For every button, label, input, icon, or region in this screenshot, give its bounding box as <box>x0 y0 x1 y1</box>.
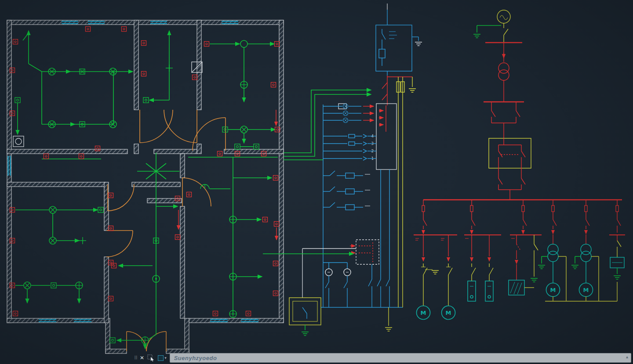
ground-symbol <box>571 265 578 269</box>
drag-handle-icon[interactable]: ⠿ <box>134 355 137 361</box>
feeder <box>584 200 589 244</box>
switchgear-enclosure <box>489 138 531 168</box>
ground-symbol <box>432 270 439 274</box>
motor-branch: M <box>441 235 455 320</box>
transformer-motor-branch: M <box>538 244 566 301</box>
selector-box <box>356 240 379 264</box>
socket-symbol <box>109 226 113 231</box>
ground-symbol <box>538 265 545 269</box>
socket-symbol <box>109 193 113 198</box>
ceiling-lamp-symbol <box>229 273 236 280</box>
lighting-circuit-layer[interactable] <box>13 31 280 349</box>
ceiling-lamp-symbol <box>76 282 83 289</box>
socket-symbol <box>175 235 180 240</box>
feeder <box>616 200 621 233</box>
command-input[interactable] <box>170 353 631 363</box>
appliance-symbol <box>13 136 24 147</box>
socket-symbol <box>204 42 209 47</box>
socket-symbol <box>273 291 278 296</box>
window-layer[interactable] <box>8 22 259 322</box>
heater-branch <box>465 235 476 301</box>
socket-symbol <box>142 72 146 76</box>
fan-symbol <box>15 97 20 103</box>
socket-symbol <box>218 151 222 156</box>
transformer-motor-branch: M <box>571 244 599 301</box>
ground-symbol <box>385 328 392 331</box>
feeder <box>422 200 427 234</box>
socket-symbol <box>79 154 84 159</box>
socket-symbol <box>263 217 268 222</box>
socket-symbol <box>122 27 127 32</box>
socket-symbol <box>109 296 113 301</box>
command-prompt-icon <box>158 355 164 361</box>
ceiling-lamp-symbol <box>229 216 236 223</box>
cad-application-window: { "app": { "title": "electrical-drawing-… <box>0 0 633 364</box>
ground-symbol <box>531 278 538 282</box>
ceiling-lamp-symbol <box>240 40 247 47</box>
motor-label: M <box>550 287 556 293</box>
socket-symbol <box>275 42 280 47</box>
junction-box-symbol <box>143 97 149 103</box>
socket-symbol <box>271 83 276 87</box>
rectifier-branch <box>610 235 624 301</box>
socket-symbol <box>193 75 197 80</box>
socket-symbol <box>213 311 218 316</box>
dropdown-caret-icon: ▾ <box>164 356 167 360</box>
resistor-branch <box>509 235 538 295</box>
transformer-symbol <box>548 244 558 262</box>
selection-tool-icon[interactable] <box>147 354 155 362</box>
control-panel-box <box>376 25 412 71</box>
socket-symbol <box>187 192 192 197</box>
ceiling-lamp-symbol <box>229 310 236 317</box>
socket-symbol <box>13 311 18 316</box>
ground-symbol <box>302 332 309 335</box>
close-icon[interactable]: ✕ <box>140 355 144 360</box>
transformer-symbol <box>581 244 591 262</box>
command-input-wrap: ▴ <box>170 353 631 363</box>
heater-branch <box>485 235 493 301</box>
command-dropdown[interactable]: ▾ <box>158 355 167 361</box>
motor-branch: M <box>415 235 439 320</box>
ceiling-lamp-symbol <box>49 206 56 213</box>
model-space-canvas[interactable]: 4 3 2 1 <box>0 0 633 364</box>
ground-symbol <box>614 276 621 279</box>
generator-symbol <box>497 10 510 23</box>
ceiling-lamp-symbol <box>142 337 149 344</box>
sensor-symbol <box>343 104 348 109</box>
ceiling-lamp-symbol <box>240 126 247 133</box>
ceiling-point-symbol <box>166 65 173 72</box>
junction-box-symbol <box>110 338 115 343</box>
junction-box-symbol <box>51 283 56 288</box>
door <box>106 231 133 257</box>
junction-box-symbol <box>98 207 103 213</box>
socket-symbol <box>273 176 278 180</box>
floor-plan[interactable] <box>7 20 284 353</box>
ceiling-lamp-symbol <box>49 237 56 244</box>
ground-symbol <box>415 42 422 46</box>
socket-symbol <box>112 263 116 268</box>
command-bar: ⠿ ✕ ▾ ▴ <box>134 353 631 363</box>
motor-label: M <box>583 287 589 293</box>
single-line-diagram[interactable]: M M <box>414 10 625 320</box>
junction-box-symbol <box>222 127 228 132</box>
socket-symbol <box>246 311 251 316</box>
motor-label: M <box>421 310 426 316</box>
ceiling-lamp-symbol <box>24 282 31 289</box>
control-schematic[interactable]: 4 3 2 1 <box>263 4 422 335</box>
ceiling-lamp-symbol <box>240 81 247 88</box>
feeder <box>470 200 475 234</box>
terminal-box <box>376 104 397 169</box>
socket-symbol <box>273 261 278 266</box>
junction-box-symbol <box>235 144 240 149</box>
scroll-up-icon[interactable]: ▴ <box>626 354 628 359</box>
ceiling-point-symbol <box>79 237 86 244</box>
door-layer[interactable] <box>106 110 226 351</box>
socket-symbol <box>142 41 146 46</box>
feeder <box>521 200 527 234</box>
ground-symbol <box>473 34 480 38</box>
door <box>164 110 197 143</box>
ground-symbol <box>409 89 416 92</box>
motor-label: M <box>446 310 451 316</box>
socket-symbol <box>274 222 279 227</box>
socket-symbol <box>13 40 18 44</box>
